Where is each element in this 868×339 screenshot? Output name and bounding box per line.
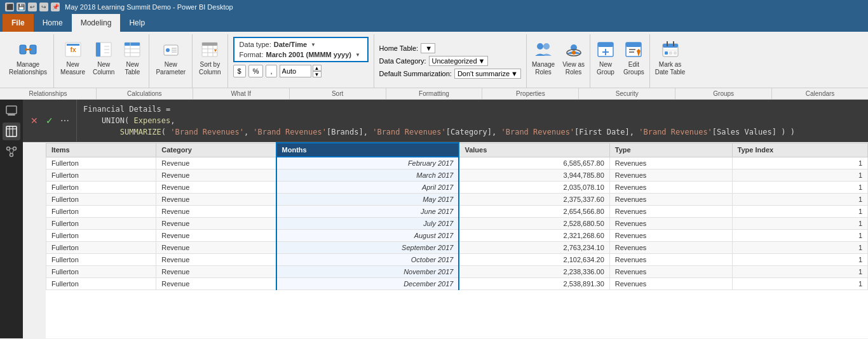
cell-type-index: 1 bbox=[732, 230, 867, 242]
cell-type-index: 1 bbox=[732, 254, 867, 266]
formula-expand-button[interactable]: ⋯ bbox=[58, 114, 71, 127]
cell-values: 2,528,680.50 bbox=[459, 218, 609, 230]
data-category-row: Data Category: Uncategorized ▼ bbox=[379, 56, 521, 66]
formula-confirm-button[interactable]: ✓ bbox=[43, 114, 56, 127]
model-view-button[interactable] bbox=[3, 143, 20, 161]
new-column-button[interactable]: New Column bbox=[90, 38, 117, 77]
col-header-values[interactable]: Values bbox=[459, 143, 609, 157]
pin-icon[interactable]: 📌 bbox=[51, 3, 60, 11]
manage-roles-button[interactable]: Manage Roles bbox=[529, 38, 557, 77]
new-table-button[interactable]: New Table bbox=[119, 38, 145, 77]
cell-items: Fullerton bbox=[46, 230, 156, 242]
format-label: Format: bbox=[240, 51, 264, 58]
cell-months: September 2017 bbox=[276, 242, 459, 254]
home-table-dropdown[interactable]: ▼ bbox=[421, 43, 435, 53]
spinbox-arrows: ▲ ▼ bbox=[313, 65, 322, 77]
cell-type: Revenues bbox=[609, 230, 732, 242]
cell-items: Fullerton bbox=[46, 194, 156, 206]
new-parameter-button[interactable]: New Parameter bbox=[153, 38, 188, 77]
col-header-items[interactable]: Items bbox=[46, 143, 156, 157]
cell-items: Fullerton bbox=[46, 242, 156, 254]
cell-category: Revenue bbox=[156, 157, 276, 170]
cell-values: 2,538,891.30 bbox=[459, 278, 609, 290]
ribbon-group-labels: Relationships Calculations What If Sort … bbox=[0, 88, 868, 99]
data-view-button[interactable] bbox=[3, 123, 20, 140]
table-body: Fullerton Revenue February 2017 6,585,65… bbox=[46, 157, 868, 290]
tab-modeling[interactable]: Modeling bbox=[72, 14, 121, 32]
data-table: Items Category Months Values Type Type I… bbox=[46, 142, 868, 290]
svg-point-31 bbox=[543, 43, 550, 50]
svg-rect-24 bbox=[202, 43, 217, 46]
formula-cancel-button[interactable]: ✕ bbox=[28, 114, 41, 127]
summarization-arrow: ▼ bbox=[511, 70, 518, 77]
home-table-label: Home Table: bbox=[379, 44, 419, 52]
auto-input[interactable] bbox=[280, 65, 311, 77]
cell-category: Revenue bbox=[156, 170, 276, 182]
svg-point-30 bbox=[537, 43, 543, 50]
manage-relationships-button[interactable]: Manage Relationships bbox=[6, 38, 50, 77]
cell-type-index: 1 bbox=[732, 157, 867, 170]
cell-type-index: 1 bbox=[732, 218, 867, 230]
cell-values: 3,944,785.80 bbox=[459, 170, 609, 182]
auto-spinbox: ▲ ▼ bbox=[280, 65, 322, 77]
new-group-label: New Group bbox=[597, 61, 614, 76]
cell-type: Revenues bbox=[609, 266, 732, 278]
cell-type: Revenues bbox=[609, 194, 732, 206]
new-measure-label: New Measure bbox=[60, 61, 85, 76]
svg-line-60 bbox=[12, 150, 14, 154]
table-row: Fullerton Revenue September 2017 2,763,2… bbox=[46, 242, 868, 254]
tab-home[interactable]: Home bbox=[34, 14, 72, 32]
spinbox-down[interactable]: ▼ bbox=[313, 71, 322, 77]
col-header-months[interactable]: Months bbox=[276, 143, 459, 157]
data-category-dropdown[interactable]: Uncategorized ▼ bbox=[429, 56, 489, 66]
percent-button[interactable]: % bbox=[248, 65, 264, 77]
redo-icon[interactable]: ↪ bbox=[39, 3, 48, 11]
ribbon-group-relationships: Manage Relationships bbox=[3, 34, 54, 88]
format-buttons-row: $ % , ▲ ▼ bbox=[231, 63, 371, 79]
report-view-button[interactable] bbox=[3, 102, 20, 120]
relationships-label: Relationships bbox=[0, 88, 97, 99]
edit-groups-icon bbox=[623, 39, 644, 60]
spinbox-up[interactable]: ▲ bbox=[313, 65, 322, 71]
cell-items: Fullerton bbox=[46, 278, 156, 290]
cell-values: 2,654,566.80 bbox=[459, 206, 609, 218]
col-header-type-index[interactable]: Type Index bbox=[732, 143, 867, 157]
cell-category: Revenue bbox=[156, 218, 276, 230]
summarization-dropdown[interactable]: Don't summarize ▼ bbox=[454, 69, 521, 79]
col-header-type[interactable]: Type bbox=[609, 143, 732, 157]
cell-category: Revenue bbox=[156, 254, 276, 266]
cell-type: Revenues bbox=[609, 206, 732, 218]
save-icon[interactable]: 💾 bbox=[17, 3, 25, 11]
ribbon-group-properties: Home Table: ▼ Data Category: Uncategoriz… bbox=[374, 34, 527, 88]
new-group-button[interactable]: New Group bbox=[593, 38, 618, 77]
svg-rect-46 bbox=[665, 51, 668, 55]
properties-label: Properties bbox=[482, 88, 579, 99]
dollar-button[interactable]: $ bbox=[233, 65, 246, 77]
svg-rect-47 bbox=[669, 51, 672, 55]
new-measure-button[interactable]: fx New Measure bbox=[58, 38, 88, 77]
data-type-value: Date/Time bbox=[274, 41, 307, 48]
format-row: Format: March 2001 (MMMM yyyy) ▼ bbox=[240, 51, 362, 58]
formula-controls: ✕ ✓ ⋯ bbox=[23, 100, 77, 142]
new-table-icon bbox=[122, 39, 142, 60]
data-type-row: Data type: Date/Time ▼ bbox=[240, 41, 362, 48]
svg-point-56 bbox=[13, 147, 17, 150]
new-group-icon bbox=[595, 39, 616, 60]
manage-roles-icon bbox=[533, 39, 553, 60]
cell-months: May 2017 bbox=[276, 194, 459, 206]
tab-file[interactable]: File bbox=[3, 14, 34, 32]
edit-groups-button[interactable]: Edit Groups bbox=[621, 38, 647, 77]
mark-as-date-table-button[interactable]: Mark as Date Table bbox=[653, 38, 688, 77]
col-header-category[interactable]: Category bbox=[156, 143, 276, 157]
mark-as-date-table-icon bbox=[660, 39, 681, 60]
comma-button[interactable]: , bbox=[266, 65, 276, 77]
window-title: May 2018 Learning Summit Demo - Power BI… bbox=[65, 3, 233, 11]
format-dropdown-arrow[interactable]: ▼ bbox=[355, 52, 360, 58]
data-type-dropdown-arrow[interactable]: ▼ bbox=[311, 42, 316, 48]
view-as-roles-button[interactable]: View as Roles bbox=[560, 38, 587, 77]
view-as-roles-icon bbox=[564, 39, 584, 60]
sort-by-column-button[interactable]: Sort by Column bbox=[196, 38, 223, 77]
undo-icon[interactable]: ↩ bbox=[28, 3, 37, 11]
cell-category: Revenue bbox=[156, 194, 276, 206]
tab-help[interactable]: Help bbox=[120, 14, 154, 32]
